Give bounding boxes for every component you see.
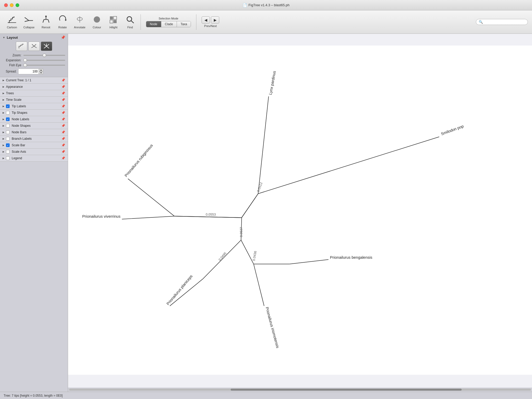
- panel-pin-scale-bar[interactable]: 📌: [61, 143, 65, 147]
- panel-checkbox-node-bars[interactable]: [6, 130, 10, 134]
- panel-checkbox-legend[interactable]: [6, 156, 10, 160]
- panel-label-node-bars: Node Bars: [12, 130, 61, 134]
- panel-pin-node-shapes[interactable]: 📌: [61, 124, 65, 128]
- cartoon-button[interactable]: Cartoon: [4, 14, 20, 30]
- spread-up-button[interactable]: ▲: [39, 69, 43, 71]
- zoom-thumb[interactable]: [43, 54, 46, 57]
- svg-text:0.0537: 0.0537: [240, 227, 243, 237]
- rotate-icon: [58, 15, 67, 25]
- panel-item-time-scale[interactable]: ▶Time Scale📌: [0, 97, 68, 103]
- toolbar-separator-1: [141, 14, 141, 30]
- panel-checkbox-tip-shapes[interactable]: [6, 111, 10, 115]
- panel-label-time-scale: Time Scale: [6, 98, 61, 102]
- zoom-track[interactable]: [23, 55, 65, 56]
- panel-triangle-node-shapes: ▶: [3, 124, 4, 127]
- panel-pin-appearance[interactable]: 📌: [61, 85, 65, 89]
- panel-item-trees[interactable]: ▶Trees📌: [0, 90, 68, 97]
- radial-tree-button[interactable]: [41, 42, 52, 51]
- scroll-thumb[interactable]: [231, 389, 462, 391]
- panel-pin-trees[interactable]: 📌: [61, 91, 65, 95]
- rotate-button[interactable]: Rotate: [55, 14, 70, 30]
- panel-label-node-labels: Node Labels: [12, 117, 61, 121]
- panel-item-appearance[interactable]: ▶Appearance📌: [0, 84, 68, 90]
- polar-tree-button[interactable]: [28, 42, 40, 51]
- panel-pin-tip-labels[interactable]: 📌: [61, 104, 65, 108]
- svg-line-14: [131, 21, 134, 23]
- find-button[interactable]: Find: [122, 14, 138, 30]
- panel-triangle-trees: ▶: [3, 92, 4, 95]
- svg-point-8: [94, 16, 100, 23]
- panel-pin-scale-axis[interactable]: 📌: [61, 150, 65, 154]
- maximize-button[interactable]: [16, 3, 19, 7]
- window-title: 📄 FigTree v1.4.3 – blast65.ph: [243, 3, 290, 7]
- panel-item-tip-labels[interactable]: ▶Tip Labels📌: [0, 103, 68, 110]
- minimize-button[interactable]: [10, 3, 14, 7]
- panel-item-node-bars[interactable]: ▶Node Bars📌: [0, 129, 68, 136]
- layout-label: Layout: [7, 36, 18, 39]
- panel-item-tip-shapes[interactable]: ▶Tip Shapes📌: [0, 110, 68, 116]
- colour-button[interactable]: Colour: [89, 14, 105, 30]
- panel-label-tip-shapes: Tip Shapes: [12, 111, 61, 115]
- search-box[interactable]: 🔍: [476, 19, 528, 25]
- spread-down-button[interactable]: ▼: [39, 71, 43, 74]
- panel-pin-current-tree[interactable]: 📌: [61, 78, 65, 82]
- panel-checkbox-node-shapes[interactable]: [6, 124, 10, 128]
- spread-input[interactable]: [18, 69, 39, 74]
- hilight-button[interactable]: Hilight: [106, 14, 121, 30]
- document-icon: 📄: [243, 3, 247, 7]
- layout-pin-icon[interactable]: 📌: [61, 35, 65, 39]
- tree-svg: Lynx pardinus Smilodon pop 0.0512 Priona…: [68, 34, 532, 387]
- panel-item-legend[interactable]: ▶Legend📌: [0, 155, 68, 162]
- prev-next-buttons: ◀ ▶: [202, 16, 219, 24]
- svg-line-19: [44, 44, 46, 46]
- fish-eye-track[interactable]: [23, 65, 65, 66]
- next-button[interactable]: ▶: [211, 16, 219, 24]
- panel-checkbox-node-labels[interactable]: [6, 117, 10, 121]
- statusbar: Tree: 7 tips [height = 0.0553, length = …: [0, 392, 532, 399]
- panel-item-branch-labels[interactable]: ▶Branch Labels📌: [0, 136, 68, 142]
- panel-item-scale-bar[interactable]: ▶Scale Bar📌: [0, 142, 68, 149]
- clade-mode-button[interactable]: Clade: [161, 21, 177, 27]
- svg-line-15: [32, 44, 34, 46]
- panel-pin-tip-shapes[interactable]: 📌: [61, 111, 65, 115]
- toolbar-separator-2: [196, 14, 196, 30]
- svg-line-20: [46, 44, 49, 46]
- node-mode-button[interactable]: Node: [146, 21, 161, 27]
- reroot-button[interactable]: Reroot: [38, 14, 54, 30]
- panel-item-node-labels[interactable]: ▶Node Labels📌: [0, 116, 68, 123]
- prev-button[interactable]: ◀: [202, 16, 210, 24]
- panel-item-scale-axis[interactable]: ▶Scale Axis📌: [0, 149, 68, 155]
- expansion-track[interactable]: [23, 60, 65, 61]
- rectangular-tree-button[interactable]: [16, 42, 27, 51]
- expansion-thumb[interactable]: [23, 58, 27, 62]
- panel-pin-node-bars[interactable]: 📌: [61, 130, 65, 134]
- panel-label-current-tree: Current Tree: 1 / 1: [6, 78, 61, 82]
- svg-rect-24: [68, 45, 532, 375]
- panel-pin-time-scale[interactable]: 📌: [61, 98, 65, 102]
- svg-line-21: [44, 46, 46, 48]
- panel-item-current-tree[interactable]: ▶Current Tree: 1 / 1📌: [0, 77, 68, 84]
- panel-pin-node-labels[interactable]: 📌: [61, 117, 65, 121]
- panel-triangle-tip-labels: ▶: [3, 105, 4, 108]
- statusbar-text: Tree: 7 tips [height = 0.0553, length = …: [4, 394, 63, 397]
- fish-eye-thumb[interactable]: [23, 63, 27, 67]
- panel-pin-legend[interactable]: 📌: [61, 156, 65, 160]
- panel-item-node-shapes[interactable]: ▶Node Shapes📌: [0, 123, 68, 129]
- spread-stepper[interactable]: ▲ ▼: [39, 69, 43, 74]
- panel-checkbox-scale-bar[interactable]: [6, 143, 10, 147]
- svg-rect-9: [110, 16, 113, 19]
- annotate-icon: [75, 15, 84, 25]
- svg-rect-10: [110, 20, 113, 23]
- close-button[interactable]: [4, 3, 8, 7]
- layout-section-title: ▼ Layout: [3, 36, 18, 39]
- svg-line-2: [25, 21, 29, 22]
- search-input[interactable]: [484, 20, 525, 24]
- annotate-button[interactable]: Annotate: [71, 14, 88, 30]
- panel-pin-branch-labels[interactable]: 📌: [61, 137, 65, 141]
- panel-checkbox-branch-labels[interactable]: [6, 137, 10, 141]
- panel-checkbox-scale-axis[interactable]: [6, 150, 10, 154]
- taxa-mode-button[interactable]: Taxa: [177, 21, 191, 27]
- panel-checkbox-tip-labels[interactable]: [6, 104, 10, 108]
- collapse-button[interactable]: Collapse: [21, 14, 37, 30]
- horizontal-scrollbar[interactable]: [68, 388, 532, 392]
